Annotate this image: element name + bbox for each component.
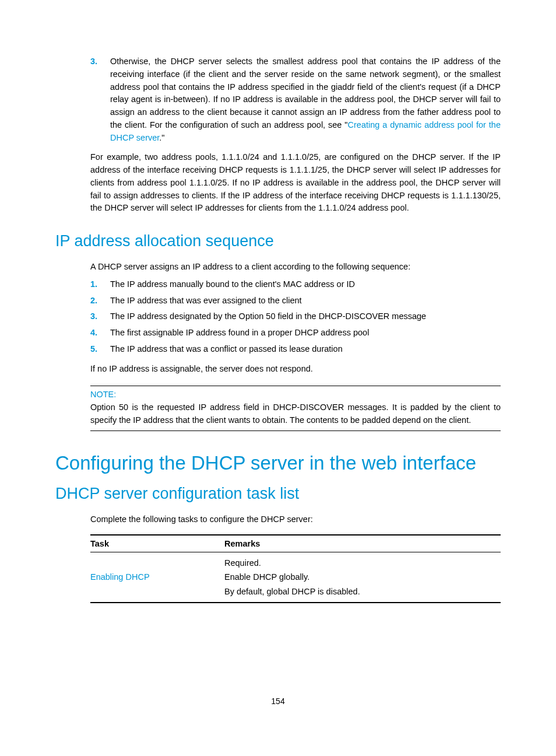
task-table: Task Remarks Enabling DHCP Required. Ena… — [90, 534, 501, 604]
list-text: The IP address that was a conflict or pa… — [110, 343, 501, 356]
list-number: 1. — [90, 278, 110, 291]
note-label: NOTE: — [90, 390, 501, 399]
list-number: 4. — [90, 327, 110, 340]
remarks-cell: Required. Enable DHCP globally. By defau… — [224, 552, 501, 603]
list-number: 2. — [90, 295, 110, 307]
list-item: 4.The first assignable IP address found … — [90, 327, 501, 340]
table-header-row: Task Remarks — [90, 535, 501, 552]
alloc-intro: A DHCP server assigns an IP address to a… — [90, 261, 501, 274]
col-task: Task — [90, 535, 224, 552]
text-span: ." — [159, 133, 164, 142]
list-text: The IP address that was ever assigned to… — [110, 295, 501, 307]
task-intro: Complete the following tasks to configur… — [90, 513, 501, 526]
heading-task-list: DHCP server configuration task list — [55, 485, 501, 503]
heading-allocation-sequence: IP address allocation sequence — [55, 232, 501, 250]
col-remarks: Remarks — [224, 535, 501, 552]
list-number: 3. — [90, 55, 110, 144]
note-text: Option 50 is the requested IP address fi… — [90, 401, 501, 427]
list-item: 1.The IP address manually bound to the c… — [90, 278, 501, 291]
list-number: 3. — [90, 310, 110, 323]
example-paragraph: For example, two address pools, 1.1.1.0/… — [90, 151, 501, 215]
list-item: 2.The IP address that was ever assigned … — [90, 295, 501, 307]
list-text: Otherwise, the DHCP server selects the s… — [110, 55, 501, 144]
table-row: Enabling DHCP Required. Enable DHCP glob… — [90, 552, 501, 603]
alloc-outro: If no IP address is assignable, the serv… — [90, 363, 501, 376]
list-item: 5.The IP address that was a conflict or … — [90, 343, 501, 356]
page-number: 154 — [55, 696, 501, 706]
heading-configuring-dhcp: Configuring the DHCP server in the web i… — [55, 452, 501, 474]
list-number: 5. — [90, 343, 110, 356]
text-span: By default, global DHCP is disabled. — [224, 587, 360, 596]
text-span: Enable DHCP globally. — [224, 572, 309, 582]
text-span: Required. — [224, 558, 261, 568]
list-item-3: 3. Otherwise, the DHCP server selects th… — [90, 55, 501, 144]
text-span: Otherwise, the DHCP server selects the s… — [110, 57, 501, 130]
list-text: The IP address designated by the Option … — [110, 310, 501, 323]
note-box: NOTE: Option 50 is the requested IP addr… — [90, 386, 501, 431]
link-enabling-dhcp[interactable]: Enabling DHCP — [90, 572, 150, 582]
list-item: 3.The IP address designated by the Optio… — [90, 310, 501, 323]
list-text: The first assignable IP address found in… — [110, 327, 501, 340]
allocation-list: 1.The IP address manually bound to the c… — [90, 278, 501, 356]
list-text: The IP address manually bound to the cli… — [110, 278, 501, 291]
